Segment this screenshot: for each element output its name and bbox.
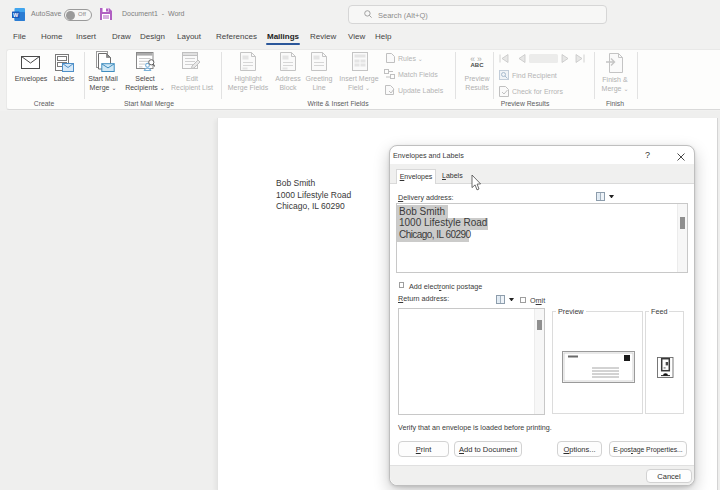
svg-text:W: W <box>13 12 19 18</box>
